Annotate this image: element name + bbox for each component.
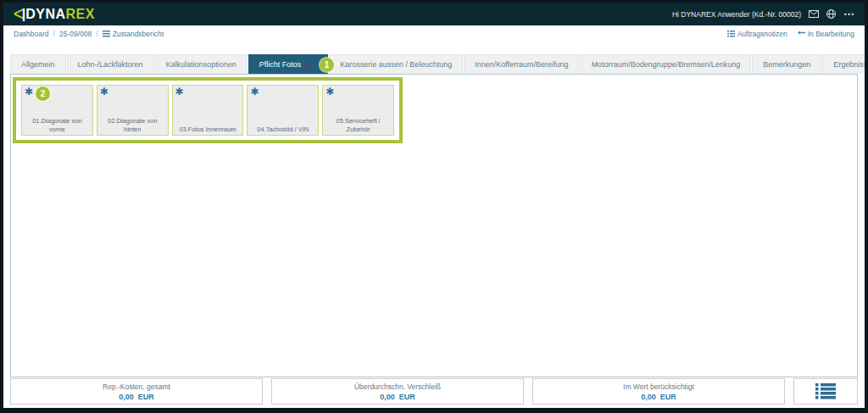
required-asterisk-icon: ✱ xyxy=(326,87,334,97)
logo-mark-icon: ᐸ| xyxy=(14,6,24,22)
globe-icon[interactable] xyxy=(826,9,836,19)
stat-im-wert: Im Wert berücksichtigt 0,00EUR xyxy=(532,378,785,405)
tab-motorraum[interactable]: Motorraum/Bodengruppe/Bremsen/Lenkung xyxy=(581,54,752,74)
status-in-bearbeitung[interactable]: In Bearbeitung xyxy=(798,30,854,38)
photo-tile-serviceheft[interactable]: ✱ 05.Serviceheft / Zubehör xyxy=(322,85,394,136)
annotation-badge-1: 1 xyxy=(320,58,334,72)
breadcrumb-zustandsbericht[interactable]: Zustandsbericht xyxy=(103,30,164,38)
stat-verschleiss: Überdurchschn. Verschleiß 0,00EUR xyxy=(271,378,524,405)
stat-value: 0,00EUR xyxy=(119,393,154,401)
photo-tile-innenraum[interactable]: ✱ 03.Fotos Innenraum xyxy=(172,85,244,136)
stat-value: 0,00EUR xyxy=(380,393,415,401)
breadcrumb-dashboard[interactable]: Dashboard xyxy=(14,30,49,38)
stat-label: Im Wert berücksichtigt xyxy=(623,382,694,391)
list-menu-icon xyxy=(815,383,836,399)
tile-label: 01.Diagonale von vorne xyxy=(22,117,92,133)
breadcrumb-bar: Dashboard / 25-09/008 / Zustandsbericht … xyxy=(3,25,865,42)
tab-bemerkungen[interactable]: Bemerkungen xyxy=(752,54,821,74)
tab-innen-kofferraum[interactable]: Innen/Kofferraum/Bereifung xyxy=(464,54,579,74)
breadcrumb-separator: / xyxy=(53,30,55,38)
list-icon xyxy=(103,31,110,37)
required-asterisk-icon: ✱ xyxy=(25,87,33,97)
warning-icon: ▲ xyxy=(304,62,310,68)
tab-kalkulationsoptionen[interactable]: Kalkulationsoptionen xyxy=(155,54,248,74)
brand-name: DYNAREX xyxy=(25,7,95,22)
photo-tile-tachobild-vin[interactable]: ✱ 04.Tachobild / VIN xyxy=(247,85,319,136)
required-asterisk-icon: ✱ xyxy=(250,87,259,97)
summary-list-button[interactable] xyxy=(793,378,858,405)
tab-karosserie-aussen[interactable]: Karosserie aussen / Beleuchtung xyxy=(329,54,463,74)
annotation-highlight-box: ✱ 2 01.Diagonale von vorne ✱ 02.Diagonal… xyxy=(13,77,403,143)
tile-label: 04.Tachobild / VIN xyxy=(248,126,318,133)
auftragsnotizen-button[interactable]: Auftragsnotizen xyxy=(727,30,787,38)
status-sync-icon xyxy=(798,31,805,37)
brand-logo[interactable]: ᐸ| DYNAREX xyxy=(14,6,95,22)
required-asterisk-icon: ✱ xyxy=(175,87,184,97)
annotation-badge-2: 2 xyxy=(36,87,50,101)
tab-label: Pflicht Fotos xyxy=(259,60,302,69)
footer-stats-bar: Rep.-Kosten, gesamt 0,00EUR Überdurchsch… xyxy=(10,378,858,405)
mail-icon[interactable] xyxy=(809,10,819,18)
required-asterisk-icon: ✱ xyxy=(100,87,108,97)
tab-ergebnisse[interactable]: Ergebnisse xyxy=(822,54,868,74)
photo-tile-diagonale-hinten[interactable]: ✱ 02.Diagonale von hinten xyxy=(97,85,169,136)
tile-label: 03.Fotos Innenraum xyxy=(173,126,243,133)
tab-bar: Allgemein Lohn-/Lackfaktoren Kalkulation… xyxy=(10,54,858,74)
stat-label: Überdurchschn. Verschleiß xyxy=(354,382,441,391)
tile-label: 02.Diagonale von hinten xyxy=(97,117,168,133)
breadcrumb-separator: / xyxy=(96,30,97,38)
tab-allgemein[interactable]: Allgemein xyxy=(10,54,66,74)
tab-pflicht-fotos[interactable]: Pflicht Fotos ▲ 1 xyxy=(248,54,328,74)
user-greeting: Hi DYNAREX Anwender (Kd.-Nr. 00002) xyxy=(672,10,801,19)
photo-tile-diagonale-vorne[interactable]: ✱ 2 01.Diagonale von vorne xyxy=(21,85,93,136)
stat-rep-kosten: Rep.-Kosten, gesamt 0,00EUR xyxy=(10,378,263,405)
more-options-icon[interactable]: ⋯ xyxy=(843,8,854,20)
tile-label: 05.Serviceheft / Zubehör xyxy=(323,117,393,133)
stat-value: 0,00EUR xyxy=(641,393,676,401)
app-window: ᐸ| DYNAREX Hi DYNAREX Anwender (Kd.-Nr. … xyxy=(0,0,868,413)
tab-lohn-lackfaktoren[interactable]: Lohn-/Lackfaktoren xyxy=(67,54,154,74)
notes-list-icon xyxy=(727,31,735,37)
breadcrumb-order-number[interactable]: 25-09/008 xyxy=(59,30,92,38)
stat-label: Rep.-Kosten, gesamt xyxy=(103,382,170,391)
content-panel: ✱ 2 01.Diagonale von vorne ✱ 02.Diagonal… xyxy=(10,74,858,377)
top-header-bar: ᐸ| DYNAREX Hi DYNAREX Anwender (Kd.-Nr. … xyxy=(3,3,865,25)
